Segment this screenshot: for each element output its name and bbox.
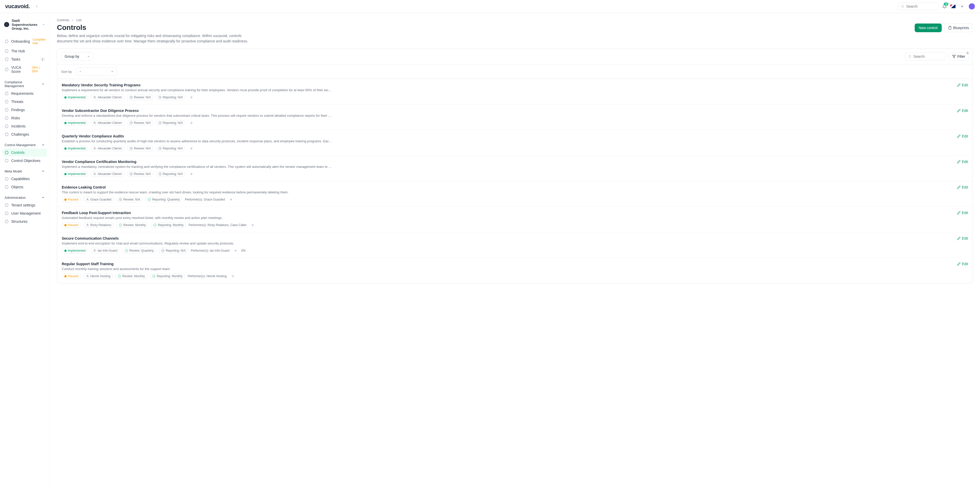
blueprints-button[interactable]: Blueprints	[944, 24, 973, 32]
performers-text: Performer(s): Grace Guarded	[185, 198, 225, 201]
sidebar-item[interactable]: User Management	[3, 209, 47, 217]
breadcrumb-link[interactable]: Controls	[57, 18, 69, 22]
sidebar-item[interactable]: Capabilities	[3, 175, 47, 183]
sidebar-item[interactable]: VUCA Score39% | 38%	[3, 63, 47, 76]
sidebar-item[interactable]: Control Objectives	[3, 156, 47, 165]
add-button[interactable]	[959, 3, 965, 10]
svg-point-7	[5, 68, 8, 71]
chevron-down-icon	[111, 70, 114, 73]
svg-point-53	[87, 275, 88, 276]
section-title: Meta Model	[5, 169, 22, 173]
sidebar-item[interactable]: Structures	[3, 217, 47, 226]
svg-rect-21	[949, 26, 950, 27]
topbar-left: vucavoid.	[5, 3, 40, 10]
blueprints-label: Blueprints	[953, 26, 969, 30]
control-row[interactable]: EditVendor Subcontractor Due Diligence P…	[57, 104, 973, 130]
sidebar-item[interactable]: Risks	[3, 114, 47, 122]
chevron-right-icon	[71, 19, 74, 22]
reporting-tag: Reporting: N/A	[156, 94, 186, 100]
language-flag-icon[interactable]	[950, 5, 956, 8]
edit-link[interactable]: Edit	[957, 83, 968, 87]
page-title: Controls	[57, 24, 251, 32]
control-title: Quarterly Vendor Compliance Audits	[62, 134, 968, 138]
open-arrow[interactable]	[188, 95, 194, 100]
status-tag: Paused	[62, 222, 81, 228]
sort-by-dropdown[interactable]: -	[76, 67, 117, 76]
tag-row: ImplementedAlexander ClemmReview: N/ARep…	[62, 171, 968, 177]
open-arrow[interactable]	[188, 172, 194, 176]
sidebar-icon	[5, 108, 9, 112]
sidebar-item-label: Controls	[11, 150, 24, 155]
edit-label: Edit	[962, 185, 968, 189]
control-row[interactable]: EditQuarterly Vendor Compliance AuditsEs…	[57, 130, 973, 156]
status-dot-icon	[64, 224, 67, 227]
sidebar-item[interactable]: OnboardingComplete now	[3, 36, 47, 47]
owner-tag: Alexander Clemm	[91, 94, 124, 100]
control-row[interactable]: EditVendor Compliance Certification Moni…	[57, 156, 973, 181]
user-avatar[interactable]	[969, 3, 975, 10]
control-title: Mandatory Vendor Security Training Progr…	[62, 83, 968, 87]
sidebar-item[interactable]: Findings	[3, 106, 47, 114]
edit-link[interactable]: Edit	[957, 109, 968, 113]
edit-link[interactable]: Edit	[957, 185, 968, 189]
new-control-button[interactable]: New control	[915, 24, 942, 32]
svg-point-15	[5, 159, 8, 162]
control-row[interactable]: EditEvidence Leaking ControlThis control…	[57, 181, 973, 207]
group-by-dropdown[interactable]: Group by	[61, 53, 94, 61]
chevron-left-icon	[35, 5, 38, 8]
status-dot-icon	[64, 250, 67, 252]
control-description: Implement a mandatory, centralized syste…	[62, 165, 332, 169]
control-row[interactable]: EditMandatory Vendor Security Training P…	[57, 79, 973, 104]
sidebar-item[interactable]: Controls	[3, 148, 47, 156]
performers-text: Performer(s): Henrik Hosting	[188, 275, 227, 278]
edit-link[interactable]: Edit	[957, 236, 968, 240]
edit-link[interactable]: Edit	[957, 262, 968, 266]
open-arrow[interactable]	[188, 146, 194, 151]
sidebar-item[interactable]: Tasks1	[3, 55, 47, 63]
list-search-input[interactable]	[913, 54, 942, 59]
control-row[interactable]: EditSecure Communication ChannelsImpleme…	[57, 232, 973, 258]
global-search-input[interactable]	[906, 4, 935, 8]
open-arrow[interactable]	[188, 121, 194, 125]
section-control[interactable]: Control Management	[3, 139, 47, 148]
header-actions: New control Blueprints	[915, 24, 973, 32]
search-icon	[901, 5, 904, 8]
open-arrow[interactable]	[232, 248, 239, 253]
control-description: Implement end-to-end encryption for chat…	[62, 241, 332, 245]
svg-point-25	[94, 96, 95, 97]
section-admin[interactable]: Administration	[3, 191, 47, 201]
sidebar-item[interactable]: Tenant settings	[3, 201, 47, 209]
list-search[interactable]	[905, 53, 946, 60]
notifications-button[interactable]: 19	[942, 4, 947, 9]
open-arrow[interactable]	[228, 197, 234, 202]
sidebar-icon	[5, 150, 9, 155]
sidebar-item[interactable]: Requirements	[3, 89, 47, 97]
sidebar-item[interactable]: Challenges	[3, 130, 47, 139]
collapse-sidebar-button[interactable]	[34, 3, 40, 9]
sidebar-badge: 1	[40, 57, 45, 61]
control-row[interactable]: EditFeedback Loop Post-Support Interacti…	[57, 207, 973, 232]
tag-row: ImplementedAlexander ClemmReview: N/ARep…	[62, 94, 968, 100]
filter-button[interactable]: Filter 0	[949, 53, 969, 61]
edit-label: Edit	[962, 109, 968, 113]
sidebar-item-label: Threats	[11, 100, 23, 104]
sidebar-item[interactable]: Incidents	[3, 122, 47, 130]
chevron-up-icon	[41, 169, 45, 173]
section-compliance[interactable]: Compliance Management	[3, 76, 47, 89]
sidebar-item[interactable]: Threats	[3, 97, 47, 106]
edit-link[interactable]: Edit	[957, 211, 968, 215]
sidebar-item[interactable]: Objects	[3, 183, 47, 191]
global-search[interactable]	[898, 3, 939, 10]
edit-link[interactable]: Edit	[957, 160, 968, 164]
svg-point-19	[5, 212, 8, 215]
status-dot-icon	[64, 147, 67, 150]
notification-badge: 19	[944, 3, 948, 6]
open-arrow[interactable]	[229, 274, 236, 278]
sidebar-item[interactable]: The Hub	[3, 47, 47, 55]
section-meta[interactable]: Meta Model	[3, 165, 47, 175]
edit-link[interactable]: Edit	[957, 134, 968, 138]
open-arrow[interactable]	[249, 223, 256, 227]
tenant-selector[interactable]: SaaS Superstructures Group, Inc.	[3, 18, 47, 36]
control-row[interactable]: EditRegular Support Staff TrainingConduc…	[57, 258, 973, 283]
sidebar-icon	[5, 39, 9, 43]
